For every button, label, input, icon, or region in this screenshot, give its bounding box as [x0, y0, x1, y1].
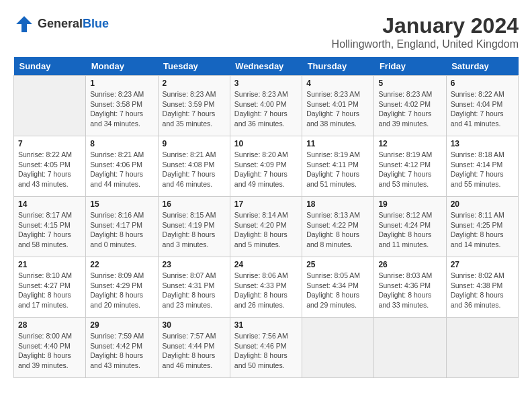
day-info: Sunrise: 8:22 AMSunset: 4:05 PMDaylight:…	[18, 150, 81, 189]
calendar-cell: 23 Sunrise: 8:07 AMSunset: 4:31 PMDaylig…	[158, 257, 230, 318]
calendar-cell: 21 Sunrise: 8:10 AMSunset: 4:27 PMDaylig…	[14, 257, 86, 318]
calendar-cell: 6 Sunrise: 8:22 AMSunset: 4:04 PMDayligh…	[446, 76, 518, 136]
day-number: 29	[90, 320, 153, 330]
calendar-cell: 24 Sunrise: 8:06 AMSunset: 4:33 PMDaylig…	[230, 257, 302, 318]
day-of-week-header: Wednesday	[230, 57, 302, 76]
day-info: Sunrise: 8:19 AMSunset: 4:11 PMDaylight:…	[306, 150, 369, 189]
calendar-table: SundayMondayTuesdayWednesdayThursdayFrid…	[13, 57, 519, 378]
calendar-cell: 27 Sunrise: 8:02 AMSunset: 4:38 PMDaylig…	[446, 257, 518, 318]
calendar-cell: 5 Sunrise: 8:23 AMSunset: 4:02 PMDayligh…	[374, 76, 446, 136]
day-info: Sunrise: 8:21 AMSunset: 4:08 PMDaylight:…	[163, 150, 226, 189]
day-number: 1	[90, 79, 153, 88]
day-number: 4	[306, 79, 369, 88]
calendar-week-row: 21 Sunrise: 8:10 AMSunset: 4:27 PMDaylig…	[14, 257, 519, 318]
calendar-week-row: 7 Sunrise: 8:22 AMSunset: 4:05 PMDayligh…	[14, 136, 519, 197]
day-info: Sunrise: 8:17 AMSunset: 4:15 PMDaylight:…	[18, 210, 81, 250]
day-info: Sunrise: 8:14 AMSunset: 4:20 PMDaylight:…	[234, 210, 298, 250]
day-number: 21	[18, 260, 81, 269]
day-info: Sunrise: 8:11 AMSunset: 4:25 PMDaylight:…	[451, 210, 514, 250]
day-info: Sunrise: 8:03 AMSunset: 4:36 PMDaylight:…	[378, 271, 441, 310]
day-number: 6	[451, 79, 514, 88]
day-info: Sunrise: 8:23 AMSunset: 3:59 PMDaylight:…	[163, 89, 226, 129]
day-number: 17	[234, 199, 298, 209]
day-info: Sunrise: 8:22 AMSunset: 4:04 PMDaylight:…	[451, 89, 514, 129]
day-number: 13	[451, 139, 514, 148]
calendar-cell	[446, 318, 518, 378]
day-info: Sunrise: 8:19 AMSunset: 4:12 PMDaylight:…	[378, 150, 441, 189]
day-info: Sunrise: 8:23 AMSunset: 4:01 PMDaylight:…	[306, 89, 369, 129]
day-info: Sunrise: 8:02 AMSunset: 4:38 PMDaylight:…	[451, 271, 514, 310]
day-of-week-header: Saturday	[446, 57, 518, 76]
day-info: Sunrise: 8:23 AMSunset: 3:58 PMDaylight:…	[90, 89, 153, 129]
day-info: Sunrise: 8:13 AMSunset: 4:22 PMDaylight:…	[306, 210, 369, 250]
calendar-cell: 8 Sunrise: 8:21 AMSunset: 4:06 PMDayligh…	[86, 136, 158, 197]
day-number: 30	[163, 320, 226, 330]
day-number: 24	[234, 260, 298, 269]
day-info: Sunrise: 8:05 AMSunset: 4:34 PMDaylight:…	[306, 271, 369, 310]
day-number: 26	[378, 260, 441, 269]
logo-general-text: General	[38, 17, 83, 30]
day-info: Sunrise: 8:12 AMSunset: 4:24 PMDaylight:…	[378, 210, 441, 250]
page-header: GeneralBlue January 2024 Hollingworth, E…	[13, 13, 519, 50]
calendar-cell	[14, 76, 86, 136]
day-number: 12	[378, 139, 441, 148]
day-info: Sunrise: 8:23 AMSunset: 4:02 PMDaylight:…	[378, 89, 441, 129]
location: Hollingworth, England, United Kingdom	[332, 38, 519, 50]
calendar-cell: 12 Sunrise: 8:19 AMSunset: 4:12 PMDaylig…	[374, 136, 446, 197]
day-info: Sunrise: 7:57 AMSunset: 4:44 PMDaylight:…	[163, 331, 226, 371]
day-info: Sunrise: 8:10 AMSunset: 4:27 PMDaylight:…	[18, 271, 81, 310]
day-number: 28	[18, 320, 81, 330]
calendar-header-row: SundayMondayTuesdayWednesdayThursdayFrid…	[14, 57, 519, 76]
day-info: Sunrise: 8:23 AMSunset: 4:00 PMDaylight:…	[234, 89, 298, 129]
calendar-cell: 10 Sunrise: 8:20 AMSunset: 4:09 PMDaylig…	[230, 136, 302, 197]
calendar-cell	[374, 318, 446, 378]
day-info: Sunrise: 8:15 AMSunset: 4:19 PMDaylight:…	[163, 210, 226, 250]
day-info: Sunrise: 7:56 AMSunset: 4:46 PMDaylight:…	[234, 331, 298, 371]
day-info: Sunrise: 8:00 AMSunset: 4:40 PMDaylight:…	[18, 331, 81, 371]
day-number: 11	[306, 139, 369, 148]
calendar-cell: 26 Sunrise: 8:03 AMSunset: 4:36 PMDaylig…	[374, 257, 446, 318]
svg-marker-0	[16, 16, 32, 32]
day-number: 3	[234, 79, 298, 88]
day-info: Sunrise: 7:59 AMSunset: 4:42 PMDaylight:…	[90, 331, 153, 371]
day-number: 25	[306, 260, 369, 269]
day-number: 16	[163, 199, 226, 209]
day-number: 8	[90, 139, 153, 148]
day-info: Sunrise: 8:07 AMSunset: 4:31 PMDaylight:…	[163, 271, 226, 310]
day-number: 22	[90, 260, 153, 269]
day-number: 27	[451, 260, 514, 269]
calendar-cell: 15 Sunrise: 8:16 AMSunset: 4:17 PMDaylig…	[86, 197, 158, 257]
calendar-cell	[302, 318, 374, 378]
calendar-week-row: 14 Sunrise: 8:17 AMSunset: 4:15 PMDaylig…	[14, 197, 519, 257]
logo-blue-text: Blue	[83, 17, 109, 30]
day-of-week-header: Tuesday	[158, 57, 230, 76]
day-number: 31	[234, 320, 298, 330]
day-number: 7	[18, 139, 81, 148]
logo-icon	[13, 13, 35, 35]
day-number: 19	[378, 199, 441, 209]
calendar-cell: 30 Sunrise: 7:57 AMSunset: 4:44 PMDaylig…	[158, 318, 230, 378]
day-number: 23	[163, 260, 226, 269]
calendar-cell: 20 Sunrise: 8:11 AMSunset: 4:25 PMDaylig…	[446, 197, 518, 257]
day-info: Sunrise: 8:16 AMSunset: 4:17 PMDaylight:…	[90, 210, 153, 250]
day-of-week-header: Sunday	[14, 57, 86, 76]
day-number: 10	[234, 139, 298, 148]
calendar-cell: 29 Sunrise: 7:59 AMSunset: 4:42 PMDaylig…	[86, 318, 158, 378]
day-number: 9	[163, 139, 226, 148]
calendar-cell: 16 Sunrise: 8:15 AMSunset: 4:19 PMDaylig…	[158, 197, 230, 257]
calendar-week-row: 1 Sunrise: 8:23 AMSunset: 3:58 PMDayligh…	[14, 76, 519, 136]
title-block: January 2024 Hollingworth, England, Unit…	[332, 13, 519, 50]
day-info: Sunrise: 8:20 AMSunset: 4:09 PMDaylight:…	[234, 150, 298, 189]
calendar-cell: 25 Sunrise: 8:05 AMSunset: 4:34 PMDaylig…	[302, 257, 374, 318]
logo: GeneralBlue	[13, 13, 109, 35]
calendar-cell: 13 Sunrise: 8:18 AMSunset: 4:14 PMDaylig…	[446, 136, 518, 197]
day-number: 14	[18, 199, 81, 209]
calendar-week-row: 28 Sunrise: 8:00 AMSunset: 4:40 PMDaylig…	[14, 318, 519, 378]
day-info: Sunrise: 8:18 AMSunset: 4:14 PMDaylight:…	[451, 150, 514, 189]
calendar-cell: 9 Sunrise: 8:21 AMSunset: 4:08 PMDayligh…	[158, 136, 230, 197]
calendar-cell: 4 Sunrise: 8:23 AMSunset: 4:01 PMDayligh…	[302, 76, 374, 136]
calendar-cell: 2 Sunrise: 8:23 AMSunset: 3:59 PMDayligh…	[158, 76, 230, 136]
calendar-cell: 17 Sunrise: 8:14 AMSunset: 4:20 PMDaylig…	[230, 197, 302, 257]
day-number: 5	[378, 79, 441, 88]
calendar-cell: 28 Sunrise: 8:00 AMSunset: 4:40 PMDaylig…	[14, 318, 86, 378]
